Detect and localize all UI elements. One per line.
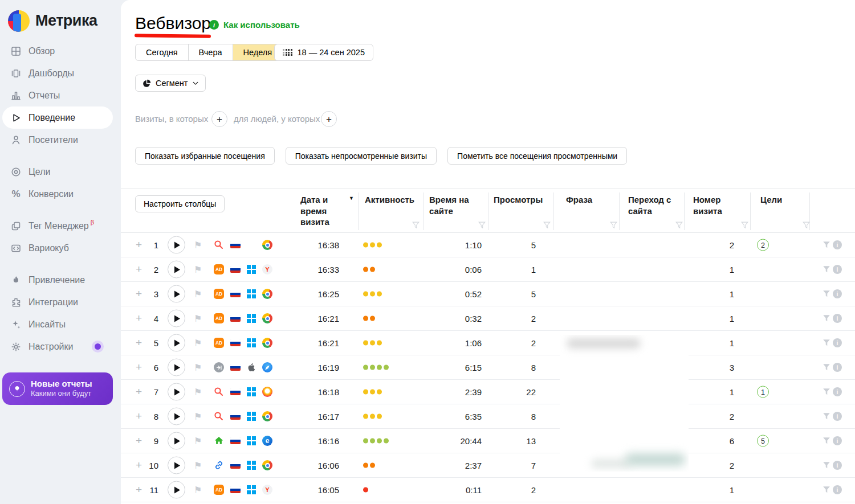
column-filter-icon[interactable] bbox=[478, 221, 486, 228]
bookmark-flag-icon[interactable]: ⚑ bbox=[194, 289, 202, 300]
row-filter-icon[interactable] bbox=[823, 314, 830, 322]
column-header-1[interactable]: Активность bbox=[365, 194, 422, 206]
row-info-icon[interactable]: i bbox=[833, 436, 842, 445]
date-range-button[interactable]: 18 — 24 сен 2025 bbox=[274, 44, 373, 61]
column-header-3[interactable]: Просмотры bbox=[494, 194, 548, 206]
row-info-icon[interactable]: i bbox=[833, 485, 842, 494]
play-button[interactable] bbox=[168, 481, 185, 499]
expand-plus-icon[interactable]: + bbox=[136, 337, 142, 349]
play-button[interactable] bbox=[168, 310, 185, 327]
expand-plus-icon[interactable]: + bbox=[136, 410, 142, 423]
column-filter-icon[interactable] bbox=[543, 221, 551, 228]
row-filter-icon[interactable] bbox=[823, 412, 830, 420]
expand-plus-icon[interactable]: + bbox=[136, 288, 142, 300]
row-info-icon[interactable]: i bbox=[833, 412, 842, 421]
bookmark-flag-icon[interactable]: ⚑ bbox=[194, 338, 202, 349]
play-button[interactable] bbox=[168, 383, 185, 401]
configure-columns-button[interactable]: Настроить столбцы bbox=[135, 195, 225, 212]
action-button-1[interactable]: Показать избранные посещения bbox=[135, 147, 275, 165]
bookmark-flag-icon[interactable]: ⚑ bbox=[194, 240, 202, 251]
column-header-5[interactable]: Переход с сайта bbox=[628, 194, 681, 216]
row-info-icon[interactable]: i bbox=[833, 387, 842, 396]
sidebar-item-insights[interactable]: Инсайты bbox=[0, 313, 121, 335]
sidebar-item-settings[interactable]: Настройки bbox=[0, 335, 121, 358]
row-filter-icon[interactable] bbox=[823, 290, 830, 298]
sidebar-item-overview[interactable]: Обзор bbox=[0, 40, 121, 62]
sidebar-item-conversions[interactable]: %Конверсии bbox=[0, 183, 121, 205]
row-filter-icon[interactable] bbox=[823, 388, 830, 396]
row-filter-icon[interactable] bbox=[823, 363, 830, 371]
add-visits-filter-button[interactable]: + bbox=[211, 111, 227, 127]
play-button[interactable] bbox=[168, 408, 185, 425]
bookmark-flag-icon[interactable]: ⚑ bbox=[194, 264, 202, 275]
column-filter-icon[interactable] bbox=[741, 221, 748, 228]
column-header-7[interactable]: Цели bbox=[760, 194, 795, 206]
column-filter-icon[interactable] bbox=[803, 221, 810, 228]
row-info-icon[interactable]: i bbox=[833, 338, 842, 347]
sidebar-item-visitors[interactable]: Посетители bbox=[0, 129, 121, 151]
play-button[interactable] bbox=[168, 432, 185, 450]
expand-plus-icon[interactable]: + bbox=[136, 459, 142, 472]
row-info-icon[interactable]: i bbox=[833, 265, 842, 274]
row-info-icon[interactable]: i bbox=[833, 289, 842, 298]
metrika-logo[interactable]: Метрика bbox=[0, 0, 121, 34]
bookmark-flag-icon[interactable]: ⚑ bbox=[194, 362, 202, 373]
row-filter-icon[interactable] bbox=[823, 486, 830, 494]
play-button[interactable] bbox=[168, 261, 185, 278]
bookmark-flag-icon[interactable]: ⚑ bbox=[194, 313, 202, 324]
expand-plus-icon[interactable]: + bbox=[136, 239, 142, 251]
sidebar-item-integrations[interactable]: Интеграции bbox=[0, 291, 121, 313]
column-header-0[interactable]: Дата и время визита bbox=[300, 194, 346, 228]
row-filter-icon[interactable] bbox=[823, 461, 830, 469]
goal-badge[interactable]: 2 bbox=[757, 239, 769, 251]
tab-сегодня[interactable]: Сегодня bbox=[135, 44, 189, 61]
promo-banner[interactable]: Новые отчеты Какими они будут bbox=[2, 372, 113, 405]
play-button[interactable] bbox=[168, 285, 185, 303]
sidebar-item-goals[interactable]: Цели bbox=[0, 161, 121, 183]
expand-plus-icon[interactable]: + bbox=[136, 386, 142, 398]
sort-desc-icon[interactable]: ▼ bbox=[349, 195, 354, 201]
play-button[interactable] bbox=[168, 359, 185, 376]
info-icon[interactable]: i bbox=[209, 20, 219, 30]
bookmark-flag-icon[interactable]: ⚑ bbox=[194, 485, 202, 495]
action-button-2[interactable]: Показать непросмотренные визиты bbox=[286, 147, 437, 165]
row-info-icon[interactable]: i bbox=[833, 363, 842, 372]
row-info-icon[interactable]: i bbox=[833, 314, 842, 323]
goal-badge[interactable]: 5 bbox=[757, 435, 769, 447]
sidebar-item-tag-manager[interactable]: Тег Менеджерβ bbox=[0, 215, 121, 237]
sidebar-item-variocube[interactable]: Вариокуб bbox=[0, 237, 121, 259]
row-filter-icon[interactable] bbox=[823, 339, 830, 347]
expand-plus-icon[interactable]: + bbox=[136, 312, 142, 325]
segment-button[interactable]: Сегмент bbox=[135, 75, 206, 92]
column-filter-icon[interactable] bbox=[675, 221, 683, 228]
expand-plus-icon[interactable]: + bbox=[136, 361, 142, 374]
sidebar-item-reports[interactable]: Отчеты bbox=[0, 84, 121, 106]
bookmark-flag-icon[interactable]: ⚑ bbox=[194, 436, 202, 446]
how-to-use-link[interactable]: Как использовать bbox=[223, 20, 300, 30]
column-filter-icon[interactable] bbox=[412, 221, 420, 228]
sidebar-item-behavior[interactable]: Поведение bbox=[2, 106, 113, 129]
sidebar-item-dashboards[interactable]: Дашборды bbox=[0, 62, 121, 84]
row-info-icon[interactable]: i bbox=[833, 240, 842, 249]
column-header-4[interactable]: Фраза bbox=[566, 194, 612, 206]
play-button[interactable] bbox=[168, 236, 185, 254]
goal-badge[interactable]: 1 bbox=[757, 386, 769, 398]
expand-plus-icon[interactable]: + bbox=[136, 435, 142, 447]
play-button[interactable] bbox=[168, 334, 185, 352]
row-filter-icon[interactable] bbox=[823, 265, 830, 273]
row-info-icon[interactable]: i bbox=[833, 461, 842, 470]
bookmark-flag-icon[interactable]: ⚑ bbox=[194, 411, 202, 422]
column-header-2[interactable]: Время на сайте bbox=[429, 194, 477, 216]
row-filter-icon[interactable] bbox=[823, 437, 830, 445]
add-people-filter-button[interactable]: + bbox=[321, 111, 337, 127]
row-filter-icon[interactable] bbox=[823, 241, 830, 249]
sidebar-item-attraction[interactable]: Привлечение bbox=[0, 269, 121, 291]
bookmark-flag-icon[interactable]: ⚑ bbox=[194, 387, 202, 398]
play-button[interactable] bbox=[168, 457, 185, 474]
tab-вчера[interactable]: Вчера bbox=[188, 44, 233, 61]
bookmark-flag-icon[interactable]: ⚑ bbox=[194, 460, 202, 471]
expand-plus-icon[interactable]: + bbox=[136, 263, 142, 276]
column-filter-icon[interactable] bbox=[610, 221, 617, 228]
action-button-3[interactable]: Пометить все посещения просмотренными bbox=[447, 147, 627, 165]
expand-plus-icon[interactable]: + bbox=[136, 483, 142, 496]
